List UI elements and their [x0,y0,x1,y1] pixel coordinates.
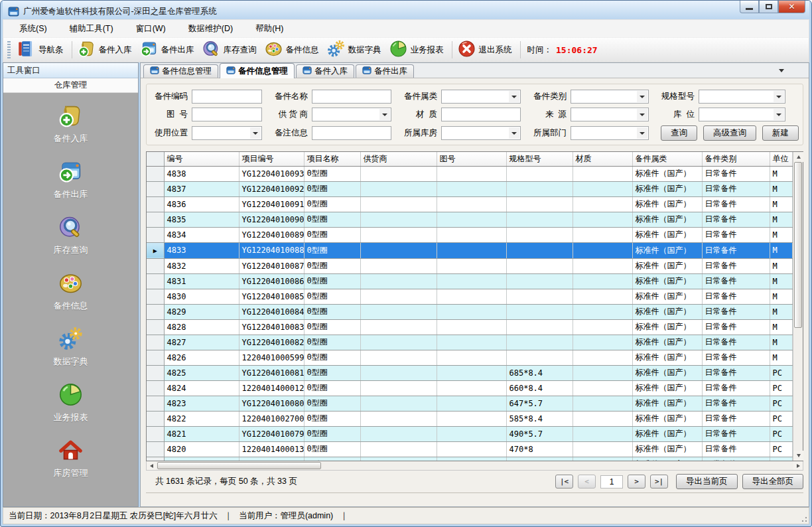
table-row[interactable]: ▶ 4838 YG12204010093 0型圈 标准件（国产） 日常备件 M [147,166,793,181]
table-row[interactable]: ▶ 4831 YG12204010086 0型圈 标准件（国产） 日常备件 M [147,273,793,289]
row-selector-cell[interactable]: ▶ [147,380,164,396]
row-selector-cell[interactable]: ▶ [147,411,164,426]
scroll-right-button[interactable] [793,461,803,470]
row-selector-cell[interactable]: ▶ [147,441,164,457]
vertical-scrollbar[interactable] [793,152,803,461]
row-selector-cell[interactable]: ▶ [147,350,164,365]
header-drawing-no[interactable]: 图号 [437,152,506,166]
toolbar-parts-outbound[interactable]: 备件出库 [137,38,200,62]
tab-close-button[interactable] [793,66,802,75]
table-row[interactable]: ▶ 4828 YG12204010083 0型圈 标准件（国产） 日常备件 M [147,319,793,335]
menu-aux-tools[interactable]: 辅助工具(T) [70,23,113,35]
toolbar-parts-info[interactable]: 备件信息 [262,38,324,62]
header-material[interactable]: 材质 [573,152,632,166]
header-id[interactable]: 编号 [164,152,239,166]
header-project-no[interactable]: 项目编号 [239,152,304,166]
table-row[interactable]: ▶ 4830 YG12204010085 0型圈 标准件（国产） 日常备件 M [147,289,793,304]
menu-help[interactable]: 帮助(H) [255,23,283,35]
query-button[interactable]: 查询 [661,125,697,141]
dropdown-arrow-icon[interactable] [774,91,784,102]
table-row[interactable]: ▶ 4825 YG12204010081 0型圈 685*8.4 标准件（国产）… [147,365,793,380]
dropdown-arrow-icon[interactable] [637,127,647,139]
usage-position-combo[interactable] [192,126,262,140]
table-row[interactable]: ▶ 4834 YG12204010089 0型圈 标准件（国产） 日常备件 M [147,227,793,242]
header-supplier[interactable]: 供货商 [360,152,437,166]
tab-parts-outbound[interactable]: 备件出库 [356,64,414,78]
horizontal-scroll-thumb[interactable] [157,462,321,469]
resize-grip[interactable] [799,514,807,522]
first-page-button[interactable]: |< [555,475,573,489]
maximize-button[interactable] [759,1,778,13]
row-selector-cell[interactable]: ▶ [147,166,164,181]
table-row[interactable]: ▶ 4823 YG12204010080 0型圈 647*5.7 标准件（国产）… [147,396,793,411]
toolbar-parts-inbound[interactable]: 备件入库 [75,38,137,62]
dropdown-arrow-icon[interactable] [250,127,261,139]
row-selector-cell[interactable]: ▶ [147,227,164,242]
current-page-input[interactable]: 1 [600,475,623,489]
source-combo[interactable] [571,108,649,121]
sidebar-item-business-report[interactable]: 业务报表 [3,382,138,423]
dropdown-arrow-icon[interactable] [637,109,647,120]
title-bar[interactable]: 广州爱奇迪软件科技有限公司-深田之星仓库管理系统 ✕ [3,1,809,19]
header-category[interactable]: 备件属类 [632,152,702,166]
table-row[interactable]: ▶ 4826 1220401000599 0型圈 标准件（国产） 日常备件 M [147,350,793,365]
horizontal-scrollbar[interactable] [146,461,803,471]
pin-button[interactable] [113,65,123,76]
dropdown-arrow-icon[interactable] [379,109,390,120]
table-row[interactable]: ▶ 4833 YG12204010088 0型圈 标准件（国产） 日常备件 M [147,242,793,258]
panel-close-button[interactable] [123,65,134,76]
table-row[interactable]: ▶ 4827 YG12204010082 0型圈 标准件（国产） 日常备件 M [147,335,793,350]
header-project-name[interactable]: 项目名称 [304,152,360,166]
warehouse-combo[interactable] [441,126,521,140]
table-row[interactable]: ▶ 4836 YG12204010091 0型圈 标准件（国产） 日常备件 M [147,196,793,212]
close-button[interactable]: ✕ [778,1,805,13]
tab-list-dropdown-button[interactable] [777,66,786,75]
tab-parts-info-management-1[interactable]: 备件信息管理 [143,64,218,78]
row-selector-cell[interactable]: ▶ [147,426,164,441]
dropdown-arrow-icon[interactable] [774,109,784,120]
minimize-button[interactable] [740,1,759,13]
row-selector-cell[interactable]: ▶ [147,319,164,335]
part-category-combo[interactable] [441,90,521,104]
tab-parts-inbound[interactable]: 备件入库 [296,64,354,78]
sidebar-item-warehouse-management[interactable]: 库房管理 [3,438,138,479]
toolbar-navigator[interactable]: 导航条 [15,38,69,62]
header-type[interactable]: 备件类别 [702,152,770,166]
sidebar-item-data-dictionary[interactable]: 数据字典 [3,327,138,368]
row-selector-cell[interactable]: ▶ [147,212,164,227]
remark-input[interactable] [312,126,391,140]
prev-page-button[interactable]: < [578,475,596,489]
dropdown-arrow-icon[interactable] [509,91,519,102]
row-selector-cell[interactable]: ▶ [147,335,164,350]
table-row[interactable]: ▶ 4829 YG12204010084 0型圈 标准件（国产） 日常备件 M [147,304,793,319]
table-row[interactable]: ▶ 4822 1220401002700 0型圈 585*8.4 标准件（国产）… [147,411,793,426]
toolbar-exit-system[interactable]: 退出系统 [455,38,517,62]
part-type-combo[interactable] [571,90,649,104]
menu-data-maintenance[interactable]: 数据维护(D) [188,23,233,35]
warehouse-group-header[interactable]: 仓库管理 [3,78,138,93]
part-code-input[interactable] [192,90,262,104]
sidebar-item-stock-query[interactable]: 库存查询 [3,215,138,256]
menu-window[interactable]: 窗口(W) [136,23,166,35]
sidebar-item-parts-info[interactable]: 备件信息 [3,271,138,312]
vertical-scroll-thumb[interactable] [794,162,802,328]
dropdown-arrow-icon[interactable] [509,127,519,139]
toolbar-grip[interactable] [7,41,11,58]
table-row[interactable]: ▶ 4835 YG12204010090 0型圈 标准件（国产） 日常备件 M [147,212,793,227]
advanced-query-button[interactable]: 高级查询 [703,125,756,141]
row-selector-cell[interactable]: ▶ [147,365,164,380]
material-input[interactable] [441,108,521,121]
toolbar-stock-query[interactable]: 库存查询 [200,38,262,62]
menu-system[interactable]: 系统(S) [19,23,47,35]
toolbar-data-dictionary[interactable]: 数据字典 [324,38,387,62]
toolbar-business-report[interactable]: 业务报表 [387,38,449,62]
tab-parts-info-management-2[interactable]: 备件信息管理 [220,63,295,78]
header-spec[interactable]: 规格型号 [506,152,573,166]
export-all-pages-button[interactable]: 导出全部页 [742,474,804,489]
supplier-combo[interactable] [312,108,391,121]
row-selector-cell[interactable]: ▶ [147,258,164,273]
table-row[interactable]: ▶ 4821 YG12204010079 0型圈 490*5.7 标准件（国产）… [147,426,793,441]
table-row[interactable]: ▶ 4832 YG12204010087 0型圈 标准件（国产） 日常备件 M [147,258,793,273]
next-page-button[interactable]: > [628,475,645,489]
scroll-down-button[interactable] [793,451,803,461]
